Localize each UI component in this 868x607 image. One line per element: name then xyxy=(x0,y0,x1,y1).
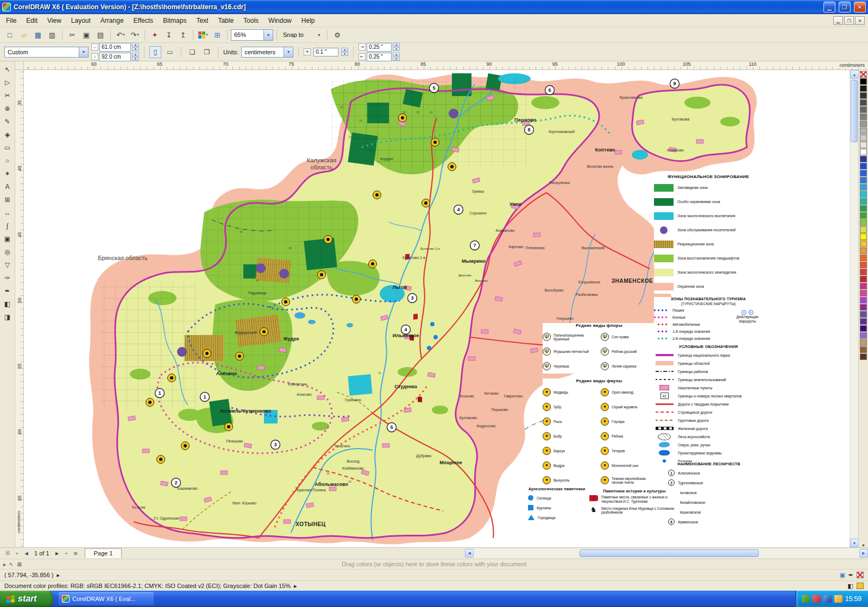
palette-swatch[interactable] xyxy=(860,269,867,275)
menu-item[interactable]: View xyxy=(42,15,66,26)
print-button[interactable]: ▥ xyxy=(46,28,59,41)
palette-eyedropper-icon[interactable]: ↖ xyxy=(9,561,14,567)
export-button[interactable]: ↥ xyxy=(177,28,190,41)
ruler-origin-corner[interactable] xyxy=(15,61,24,70)
crop-tool[interactable]: ✂ xyxy=(1,89,14,102)
palette-swatch[interactable] xyxy=(860,311,867,318)
palette-swatch[interactable] xyxy=(860,121,867,127)
palette-swatch[interactable] xyxy=(860,283,867,289)
pick-tool[interactable]: ↖ xyxy=(1,63,14,76)
doc-restore-button[interactable]: ❐ xyxy=(844,16,854,25)
menu-item[interactable]: Text xyxy=(191,15,213,26)
duplicate-x-field[interactable]: 0.25 " xyxy=(367,43,392,52)
vertical-scrollbar[interactable]: ▲ ▼ xyxy=(850,70,858,547)
palette-swatch[interactable] xyxy=(860,226,867,233)
duplicate-y-field[interactable]: 0.25 " xyxy=(367,53,392,61)
palette-swatch[interactable] xyxy=(860,85,867,92)
palette-swatch[interactable] xyxy=(860,184,867,191)
snap-to-dropdown[interactable]: Snap to ▼ xyxy=(280,29,324,41)
next-page-button[interactable]: ▶ xyxy=(53,549,62,558)
menu-item[interactable]: File xyxy=(1,15,21,26)
first-page-button[interactable]: « xyxy=(12,549,22,558)
undo-button[interactable]: ↶▾ xyxy=(114,28,127,41)
status-expand-icon[interactable]: ▸ xyxy=(57,572,60,579)
new-button[interactable]: □ xyxy=(3,28,16,41)
page-width-field[interactable]: 61.0 cm xyxy=(99,43,131,52)
last-page-button[interactable]: » xyxy=(62,549,71,558)
palette-swatch[interactable] xyxy=(860,290,867,296)
profiles-expand-icon[interactable]: ▸ xyxy=(294,583,297,590)
palette-swatch[interactable] xyxy=(860,346,867,353)
scroll-up-icon[interactable]: ▲ xyxy=(850,70,859,79)
palette-swatch[interactable] xyxy=(860,304,867,311)
palette-swatch[interactable] xyxy=(860,177,867,184)
start-button[interactable]: start xyxy=(0,591,53,607)
taskbar-task-coreldraw[interactable]: CorelDRAW X6 ( Eval... xyxy=(59,592,154,605)
palette-swatch[interactable] xyxy=(860,262,867,268)
palette-swatch[interactable] xyxy=(860,255,867,261)
palette-swatch[interactable] xyxy=(860,297,867,303)
palette-swatch[interactable] xyxy=(860,353,867,360)
polygon-tool[interactable]: ✶ xyxy=(1,167,14,180)
connector-tool[interactable]: ∫ xyxy=(1,219,14,232)
dimension-tool[interactable]: ↔ xyxy=(1,206,14,219)
horizontal-scroll-thumb[interactable] xyxy=(580,549,759,557)
scroll-right-icon[interactable]: ▶ xyxy=(859,549,868,558)
minimize-button[interactable]: ▁ xyxy=(823,2,835,12)
nudge-offset-field[interactable]: 0.1 " xyxy=(313,48,338,56)
menu-item[interactable]: Table xyxy=(213,15,238,26)
contour-tool[interactable]: ◎ xyxy=(1,245,14,258)
palette-swatch[interactable] xyxy=(860,325,867,332)
units-combo[interactable]: centimeters ▼ xyxy=(241,47,293,58)
palette-no-color-icon[interactable]: ⊠ xyxy=(17,561,21,567)
palette-swatch[interactable] xyxy=(860,99,867,106)
vertical-ruler[interactable]: 35404550556065 centimeters xyxy=(15,70,24,547)
page-tab[interactable]: Page 1 xyxy=(85,548,122,558)
palette-swatch[interactable] xyxy=(860,241,867,247)
duplicate-x-spinner[interactable]: ▲▼ xyxy=(393,43,400,51)
menu-item[interactable]: Tools xyxy=(238,15,263,26)
ellipse-tool[interactable]: ○ xyxy=(1,154,14,167)
rectangle-tool[interactable]: ▭ xyxy=(1,141,14,154)
palette-scroll-down-icon[interactable]: ▼ xyxy=(861,543,865,547)
cut-button[interactable]: ✂ xyxy=(66,28,79,41)
menu-item[interactable]: Help xyxy=(297,15,320,26)
scroll-down-icon[interactable]: ▼ xyxy=(850,539,859,547)
no-color-swatch[interactable] xyxy=(860,71,867,78)
palette-swatch[interactable] xyxy=(860,276,867,282)
menu-item[interactable]: Arrange xyxy=(96,15,129,26)
zoom-level-combo[interactable]: 65% ▼ xyxy=(231,29,273,41)
menu-item[interactable]: Bitmaps xyxy=(158,15,191,26)
palette-swatch[interactable] xyxy=(860,170,867,176)
page-height-spinner[interactable]: ▲▼ xyxy=(132,53,139,61)
current-page-button[interactable]: ❐ xyxy=(201,46,213,58)
palette-swatch[interactable] xyxy=(860,135,867,141)
welcome-screen-button[interactable]: ⊞ xyxy=(211,28,224,41)
landscape-button[interactable]: ▭ xyxy=(164,46,176,58)
tray-icon-2[interactable] xyxy=(813,595,821,603)
freehand-tool[interactable]: ✎ xyxy=(1,115,14,128)
menu-item[interactable]: Layout xyxy=(66,15,96,26)
doc-close-button[interactable]: ✕ xyxy=(855,16,865,25)
tray-icon-1[interactable] xyxy=(802,595,810,603)
palette-swatch[interactable] xyxy=(860,113,867,120)
page-width-spinner[interactable]: ▲▼ xyxy=(132,43,139,51)
palette-swatch[interactable] xyxy=(860,318,867,325)
close-button[interactable]: ✕ xyxy=(854,2,866,12)
palette-swatch[interactable] xyxy=(860,198,867,205)
palette-swatch[interactable] xyxy=(860,128,867,134)
palette-swatch[interactable] xyxy=(860,92,867,99)
nudge-spinner[interactable]: ▲▼ xyxy=(341,48,348,56)
tray-icon-3[interactable] xyxy=(823,595,832,603)
all-pages-button[interactable]: ❏ xyxy=(186,46,198,58)
palette-swatch[interactable] xyxy=(860,163,867,169)
palette-swatch[interactable] xyxy=(860,248,867,254)
menu-item[interactable]: Edit xyxy=(21,15,42,26)
palette-swatch[interactable] xyxy=(860,191,867,198)
palette-swatch[interactable] xyxy=(860,219,867,226)
table-tool[interactable]: ⊞ xyxy=(1,193,14,206)
palette-swatch[interactable] xyxy=(860,205,867,212)
paste-button[interactable]: ▤ xyxy=(94,28,107,41)
page-flip-icon[interactable]: ⎘ xyxy=(3,549,12,558)
portrait-button[interactable]: ▯ xyxy=(149,46,161,58)
